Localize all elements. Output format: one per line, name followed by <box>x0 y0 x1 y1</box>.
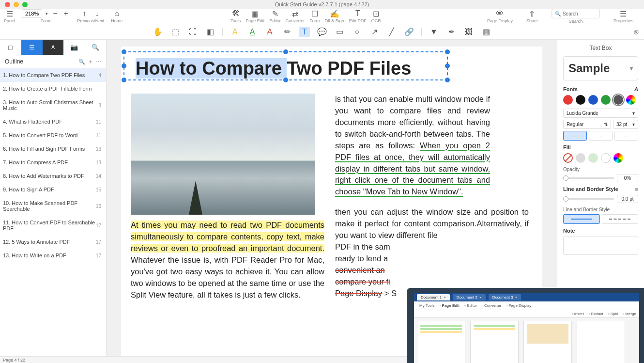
outline-item[interactable]: 10. How to Make Scanned PDF Searchable16 <box>0 196 106 216</box>
floating-window[interactable]: Document 1 ×Document 2 ×Document 3 × ▫ M… <box>407 288 644 363</box>
highlight-icon[interactable]: A <box>230 27 240 37</box>
fit-icon[interactable]: ⛶ <box>187 27 198 37</box>
outline-item[interactable]: 13. How to Write on a PDF17 <box>0 249 106 262</box>
zoom-in-icon[interactable]: + <box>61 9 70 18</box>
color-swatch[interactable] <box>588 95 598 105</box>
float-toolbar-item[interactable]: ▫ Editor <box>464 303 477 308</box>
tab-outline[interactable]: ☰ <box>21 40 43 55</box>
float-toolbar2-item[interactable]: ▫ Insert <box>572 312 584 316</box>
image-icon[interactable]: 🖼 <box>463 27 474 37</box>
tab-annotations[interactable]: A <box>43 40 64 55</box>
outline-item[interactable]: 12. 5 Ways to Annotate PDF17 <box>0 235 106 249</box>
chevron-down-icon[interactable]: ▾ <box>630 65 633 72</box>
circle-icon[interactable]: ○ <box>352 27 362 37</box>
float-toolbar-item[interactable]: ▫ Page Edit <box>439 303 460 308</box>
line-width-slider[interactable] <box>563 198 614 200</box>
panel-icon[interactable]: ☰ <box>5 9 14 18</box>
outline-add-icon[interactable]: + <box>89 59 92 65</box>
outline-item[interactable]: 7. How to Compress A PDF13 <box>0 156 106 169</box>
fill-sign-icon[interactable]: ✍ <box>330 9 339 18</box>
line-dashed-button[interactable] <box>602 214 639 224</box>
ocr-icon[interactable]: ⊡ <box>372 9 381 18</box>
chevron-down-icon[interactable]: ▾ <box>44 9 49 18</box>
outline-item[interactable]: 1. How to Compare Two PDF Files4 <box>0 68 106 82</box>
underline-tool-icon[interactable]: A <box>247 27 258 37</box>
color-swatch[interactable] <box>576 95 585 105</box>
share-icon[interactable]: ⇧ <box>528 9 537 18</box>
body-text-right[interactable]: is that you can enable multi window mode… <box>335 94 490 198</box>
resize-handle[interactable] <box>283 78 288 82</box>
edit-pdf-icon[interactable]: T <box>353 9 362 18</box>
float-toolbar-item[interactable]: ▫ My Tools <box>417 303 434 308</box>
resize-handle[interactable] <box>122 49 126 54</box>
color-swatch[interactable] <box>601 153 611 163</box>
search-input[interactable]: 🔍 <box>552 9 600 18</box>
body-text-right2[interactable]: then you can adjust the window size and … <box>335 206 529 299</box>
color-swatch[interactable] <box>613 153 623 163</box>
search-field[interactable] <box>563 11 597 16</box>
tools-icon[interactable]: 🛠 <box>231 9 240 18</box>
outline-search-icon[interactable]: 🔍 <box>78 59 85 65</box>
float-thumb[interactable] <box>417 321 465 363</box>
float-toolbar-item[interactable]: ▫ Converter <box>482 303 501 308</box>
outline-item[interactable]: 11. How to Convert PDF to Searchable PDF… <box>0 216 106 235</box>
home-icon[interactable]: ⌂ <box>112 9 121 18</box>
color-swatch[interactable] <box>563 153 573 163</box>
outline-item[interactable]: 3. How to Auto Scroll Christmas Sheet Mu… <box>0 95 106 115</box>
line-solid-button[interactable] <box>563 214 600 224</box>
arrow-icon[interactable]: ↗ <box>369 27 380 37</box>
note-icon[interactable]: 💬 <box>317 27 327 37</box>
float-thumb[interactable] <box>470 321 519 363</box>
outline-more-icon[interactable]: ⋯ <box>96 59 101 65</box>
outline-item[interactable]: 2. How to Create a PDF Fillable Form <box>0 82 106 95</box>
font-options-icon[interactable]: A <box>634 86 638 92</box>
next-page-icon[interactable]: ↓ <box>92 9 101 18</box>
stamp-icon[interactable]: ▼ <box>429 27 439 37</box>
line-options-icon[interactable]: ≡ <box>635 186 638 192</box>
tab-snapshot[interactable]: 📷 <box>63 40 85 55</box>
prev-page-icon[interactable]: ↑ <box>80 9 89 18</box>
align-center-button[interactable]: ≡ <box>589 131 613 141</box>
page-display-icon[interactable]: 👁 <box>495 9 504 18</box>
resize-handle[interactable] <box>445 78 450 82</box>
converter-icon[interactable]: ⇄ <box>291 9 300 18</box>
font-weight-select[interactable]: Regular⇅ <box>563 120 611 129</box>
float-tab[interactable]: Document 3 × <box>489 294 521 300</box>
pen-icon[interactable]: ✏ <box>282 27 292 37</box>
tab-thumbnails[interactable]: ◻ <box>0 40 21 55</box>
editor-icon[interactable]: ✎ <box>271 9 279 18</box>
outline-item[interactable]: 6. How to Fill and Sign PDF Forms13 <box>0 142 106 156</box>
note-textarea[interactable] <box>563 237 638 255</box>
properties-icon[interactable]: ☰ <box>619 9 628 18</box>
font-size-select[interactable]: 32 pt▾ <box>613 120 638 129</box>
float-thumb[interactable] <box>523 321 572 363</box>
text-selection-box[interactable] <box>123 51 448 80</box>
resize-handle[interactable] <box>445 63 450 68</box>
strikethrough-icon[interactable]: A <box>264 27 275 37</box>
resize-handle[interactable] <box>122 63 126 68</box>
resize-handle[interactable] <box>445 49 450 54</box>
crop-icon[interactable]: ◧ <box>205 27 215 37</box>
float-toolbar2-item[interactable]: ▫ Merge <box>623 312 636 316</box>
hand-icon[interactable]: ✋ <box>153 27 163 37</box>
window-close[interactable] <box>5 2 10 7</box>
float-tab[interactable]: Document 1 × <box>417 294 450 300</box>
font-family-select[interactable]: Lucida Grande▾ <box>563 109 638 118</box>
outline-item[interactable]: 4. What is Flattened PDF11 <box>0 115 106 128</box>
outline-item[interactable]: 5. How to Convert PDF to Word11 <box>0 128 106 142</box>
close-toolbar-icon[interactable]: ⊗ <box>633 28 639 36</box>
align-right-button[interactable]: ≡ <box>614 131 638 141</box>
link-icon[interactable]: 🔗 <box>404 27 414 37</box>
opacity-slider[interactable] <box>563 177 614 179</box>
color-swatch[interactable] <box>563 95 573 105</box>
window-maximize[interactable] <box>22 2 28 7</box>
table-icon[interactable]: ▦ <box>481 27 491 37</box>
outline-item[interactable]: 9. How to Sign A PDF15 <box>0 183 106 196</box>
resize-handle[interactable] <box>283 49 288 54</box>
line-icon[interactable]: ╱ <box>386 27 397 37</box>
float-tab[interactable]: Document 2 × <box>453 294 486 300</box>
float-thumb[interactable] <box>577 321 625 363</box>
float-toolbar2-item[interactable]: ▫ Split <box>608 312 618 316</box>
resize-handle[interactable] <box>122 78 126 82</box>
color-swatch[interactable] <box>601 95 611 105</box>
